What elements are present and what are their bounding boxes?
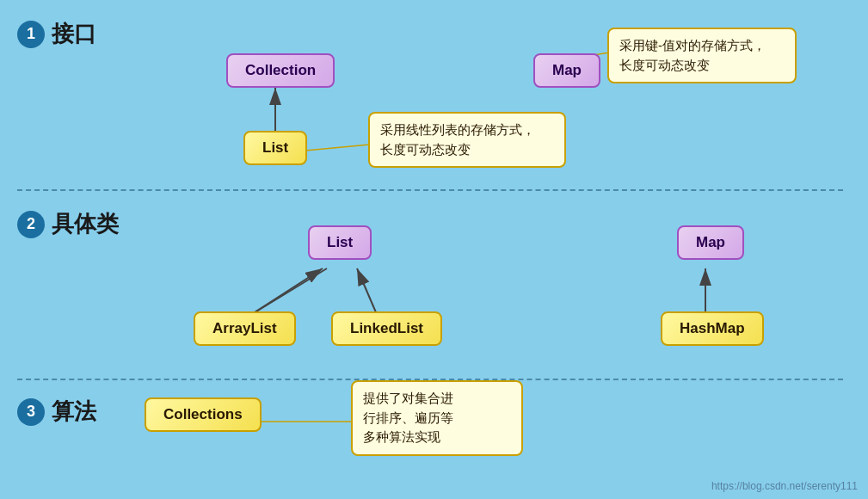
map-box-2: Map — [677, 225, 744, 260]
section1-number: 1 — [17, 21, 45, 48]
map-callout: 采用键-值对的存储方式， 长度可动态改变 — [607, 28, 797, 83]
hashmap-box: HashMap — [661, 311, 764, 346]
list-box-1: List — [243, 131, 307, 165]
list-callout: 采用线性列表的存储方式， 长度可动态改变 — [368, 112, 566, 168]
collections-callout: 提供了对集合进 行排序、遍历等 多种算法实现 — [351, 380, 523, 456]
section2-title: 具体类 — [52, 209, 119, 239]
section3-label: 3 算法 — [17, 397, 96, 427]
map-box-1: Map — [533, 53, 600, 88]
divider-1 — [17, 189, 843, 191]
collection-box: Collection — [226, 53, 335, 88]
section3-number: 3 — [17, 398, 45, 426]
section1-label: 1 接口 — [17, 19, 96, 49]
arraylist-box: ArrayList — [194, 311, 296, 346]
svg-line-2 — [305, 145, 370, 151]
list-box-2: List — [308, 225, 372, 260]
section3-title: 算法 — [52, 397, 96, 427]
section2-number: 2 — [17, 211, 45, 238]
section2-label: 2 具体类 — [17, 209, 119, 239]
watermark: https://blog.csdn.net/serenty111 — [711, 480, 858, 492]
section1-title: 接口 — [52, 19, 96, 49]
linkedlist-box: LinkedList — [331, 311, 442, 346]
main-container: 1 接口 2 具体类 3 算法 Collection Map List 采用键-… — [0, 0, 868, 499]
collections-box: Collections — [145, 397, 262, 432]
